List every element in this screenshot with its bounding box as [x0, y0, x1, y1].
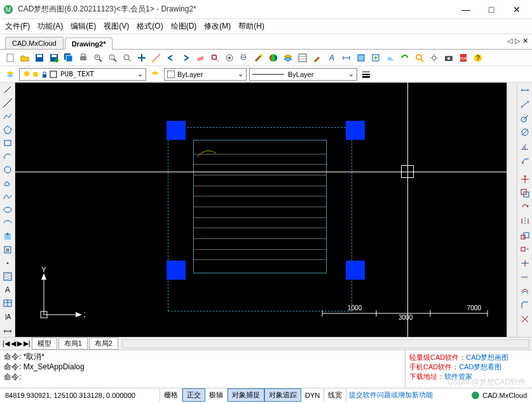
grip-br[interactable] — [346, 261, 365, 280]
dim-radius-button[interactable] — [519, 112, 531, 125]
save-button[interactable] — [33, 51, 46, 64]
color-button[interactable] — [267, 51, 280, 64]
polar-toggle[interactable]: 极轴 — [205, 388, 228, 402]
text-button[interactable]: A — [1, 283, 14, 296]
cloud-button[interactable] — [384, 51, 397, 64]
color-select[interactable]: ByLayer ⌄ — [164, 68, 247, 81]
tab-drawing2[interactable]: Drawing2* — [65, 38, 113, 50]
zoom-out-button[interactable]: - — [106, 51, 119, 64]
point-button[interactable] — [1, 257, 14, 269]
table-button[interactable] — [1, 297, 14, 309]
first-tab-button[interactable]: |◀ — [3, 339, 10, 348]
pan-button[interactable] — [135, 51, 148, 64]
saveall-button[interactable] — [62, 51, 75, 64]
undo-button[interactable] — [165, 51, 177, 64]
hatch-toolbar-button[interactable] — [296, 51, 309, 64]
mtext-button[interactable]: |A — [1, 310, 14, 322]
horizontal-scrollbar[interactable] — [122, 339, 529, 348]
menu-view[interactable]: 视图(V) — [104, 21, 129, 32]
copy-button[interactable] — [519, 187, 531, 200]
brush-button[interactable] — [311, 51, 324, 64]
measure-button[interactable] — [150, 51, 163, 64]
pdf-button[interactable]: PDF — [457, 51, 470, 64]
last-tab-button[interactable]: ▶| — [24, 339, 31, 348]
layer-manager-button[interactable] — [4, 68, 17, 81]
linetype-select[interactable]: ByLayer ⌄ — [249, 68, 357, 81]
dim-diameter-button[interactable] — [519, 126, 531, 139]
menu-format[interactable]: 格式(O) — [137, 21, 163, 32]
match-button[interactable] — [252, 51, 265, 64]
fillet-button[interactable] — [519, 299, 531, 311]
xline-button[interactable] — [1, 97, 14, 109]
next-tab-button[interactable]: ▶ — [17, 339, 22, 348]
zoom-prev-button[interactable] — [238, 51, 250, 64]
zoom-in-button[interactable]: + — [92, 51, 104, 64]
hatch-button[interactable] — [1, 270, 14, 282]
layout2-tab[interactable]: 布局2 — [89, 338, 118, 350]
tab-prev-icon[interactable]: ◁ — [507, 37, 512, 45]
redo-button[interactable] — [179, 51, 192, 64]
saveas-button[interactable] — [48, 51, 60, 64]
text-style-button[interactable]: A — [325, 51, 338, 64]
refresh-button[interactable] — [399, 51, 411, 64]
open-button[interactable] — [18, 51, 31, 64]
erase-button[interactable] — [194, 51, 207, 64]
ellipse-arc-button[interactable] — [1, 217, 14, 229]
vertical-scrollbar[interactable] — [507, 83, 517, 337]
ad-link[interactable]: CAD梦想画图 — [466, 353, 508, 361]
dim-aligned-button[interactable] — [519, 98, 531, 111]
polygon-button[interactable] — [1, 124, 14, 136]
tab-next-icon[interactable]: ▷ — [515, 37, 520, 45]
trim-button[interactable] — [519, 257, 531, 270]
rectangle-button[interactable] — [1, 137, 14, 149]
menu-draw[interactable]: 绘图(D) — [171, 21, 197, 32]
line-button[interactable] — [1, 84, 14, 96]
hatch-object[interactable] — [193, 140, 327, 273]
make-block-button[interactable]: B — [1, 243, 14, 256]
extend-button[interactable] — [519, 271, 531, 283]
osnap-toggle[interactable]: 对象捕捉 — [228, 388, 264, 402]
menu-func[interactable]: 功能(A) — [38, 21, 63, 32]
stretch-button[interactable] — [519, 243, 531, 256]
settings-button[interactable] — [428, 51, 440, 64]
grip-tr[interactable] — [346, 121, 365, 140]
otrack-toggle[interactable]: 对象追踪 — [264, 388, 301, 402]
grip-bl[interactable] — [167, 261, 186, 280]
minimize-button[interactable]: — — [453, 1, 479, 18]
prev-tab-button[interactable]: ◀ — [11, 339, 16, 348]
layer-button[interactable] — [282, 51, 294, 64]
grip-tl[interactable] — [167, 121, 186, 140]
mirror-button[interactable] — [519, 215, 531, 228]
spline-button[interactable] — [1, 191, 14, 203]
ellipse-button[interactable] — [1, 204, 14, 216]
menu-edit[interactable]: 编辑(E) — [71, 21, 96, 32]
feedback-link[interactable]: 提交软件问题或增加新功能 — [346, 390, 435, 400]
block-button[interactable] — [355, 51, 367, 64]
help-button[interactable]: ? — [472, 51, 484, 64]
zoom-all-button[interactable] — [223, 51, 236, 64]
layout1-tab[interactable]: 布局1 — [58, 338, 88, 350]
search-button[interactable] — [413, 51, 426, 64]
camera-button[interactable] — [442, 51, 455, 64]
layer-prev-button[interactable] — [149, 68, 161, 81]
menu-modify[interactable]: 修改(M) — [204, 21, 231, 32]
dim-button[interactable] — [1, 324, 14, 336]
maximize-button[interactable]: □ — [479, 1, 504, 18]
tab-mxcloud[interactable]: CAD.MxCloud — [5, 37, 64, 49]
dyn-toggle[interactable]: DYN — [301, 388, 324, 402]
layer-select[interactable]: PUB_TEXT ⌄ — [19, 68, 146, 81]
polyline-button[interactable] — [1, 111, 14, 123]
model-tab[interactable]: 模型 — [32, 338, 57, 350]
ortho-toggle[interactable]: 正交 — [182, 388, 205, 402]
insert-button[interactable] — [369, 51, 382, 64]
menu-help[interactable]: 帮助(H) — [238, 21, 264, 32]
leader-button[interactable] — [519, 154, 531, 167]
revcloud-button[interactable] — [1, 177, 14, 189]
tab-close-icon[interactable]: ✕ — [522, 37, 528, 45]
command-history[interactable]: 命令: *取消* 命令: Mx_SetAppDialog 命令: — [0, 350, 405, 388]
lwt-toggle[interactable]: 线宽 — [324, 388, 346, 402]
circle-button[interactable] — [1, 164, 14, 176]
ad-link[interactable]: CAD梦想看图 — [459, 363, 501, 371]
dim-linear-button[interactable] — [519, 84, 531, 97]
dim-style-button[interactable] — [340, 51, 353, 64]
